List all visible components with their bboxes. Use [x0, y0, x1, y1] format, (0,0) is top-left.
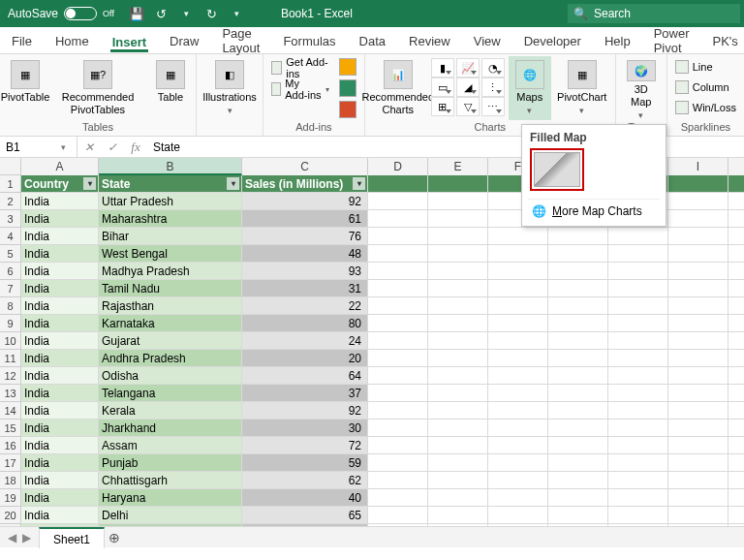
- cell[interactable]: [488, 454, 548, 472]
- add-sheet-button[interactable]: ⊕: [105, 530, 124, 545]
- tab-help[interactable]: Help: [603, 30, 633, 51]
- cell-sales[interactable]: 24: [242, 332, 368, 350]
- row-header[interactable]: 7: [0, 280, 21, 297]
- cell-sales[interactable]: 100: [242, 524, 368, 526]
- cell[interactable]: [668, 332, 728, 350]
- sparkline-column-button[interactable]: Column: [675, 78, 736, 96]
- cell[interactable]: [428, 210, 488, 228]
- row-header[interactable]: 9: [0, 315, 21, 332]
- cell-sales[interactable]: 65: [242, 507, 368, 524]
- cell[interactable]: [428, 420, 488, 437]
- col-header-A[interactable]: A: [21, 158, 99, 175]
- cell-state[interactable]: Tamil Nadu: [99, 280, 242, 297]
- cell[interactable]: [368, 350, 428, 367]
- cell[interactable]: [668, 315, 728, 332]
- row-header[interactable]: 18: [0, 472, 21, 489]
- cell[interactable]: [668, 454, 728, 472]
- col-header-J[interactable]: J: [728, 158, 744, 175]
- row-header[interactable]: 5: [0, 245, 21, 263]
- row-header[interactable]: 1: [0, 175, 21, 193]
- row-header[interactable]: 15: [0, 420, 21, 437]
- cell[interactable]: [608, 489, 668, 507]
- tab-draw[interactable]: Draw: [168, 30, 201, 51]
- funnel-chart-dd[interactable]: ▽: [456, 97, 480, 116]
- col-header-C[interactable]: C: [242, 158, 368, 175]
- cell[interactable]: [728, 437, 744, 454]
- cell[interactable]: [428, 524, 488, 526]
- autosave-toggle[interactable]: AutoSave Off: [0, 7, 122, 20]
- cell-state[interactable]: West Bengal: [99, 245, 242, 263]
- cell[interactable]: [488, 280, 548, 297]
- cell[interactable]: [548, 437, 608, 454]
- cell[interactable]: [368, 454, 428, 472]
- cell-country[interactable]: India: [21, 420, 99, 437]
- cell-state[interactable]: Karnataka: [99, 315, 242, 332]
- cell-country[interactable]: India: [21, 367, 99, 385]
- pivotchart-button[interactable]: ▦ PivotChart ▾: [553, 56, 611, 120]
- 3d-map-button[interactable]: 🌍 3D Map ▾: [620, 56, 663, 120]
- cell[interactable]: [668, 437, 728, 454]
- more-chart-dd[interactable]: ⋯: [481, 97, 505, 116]
- cell[interactable]: [608, 315, 668, 332]
- cell[interactable]: [668, 489, 728, 507]
- cell-sales[interactable]: 61: [242, 210, 368, 228]
- cell[interactable]: [728, 489, 744, 507]
- cell[interactable]: [488, 507, 548, 524]
- row-header[interactable]: 20: [0, 507, 21, 524]
- row-header[interactable]: 3: [0, 210, 21, 228]
- cell[interactable]: [608, 280, 668, 297]
- cell[interactable]: [428, 280, 488, 297]
- table-button[interactable]: ▦ Table: [149, 56, 192, 120]
- cell[interactable]: [428, 472, 488, 489]
- redo-dropdown[interactable]: ▾: [229, 5, 246, 22]
- row-header[interactable]: 19: [0, 489, 21, 507]
- row-header[interactable]: 14: [0, 402, 21, 420]
- cell[interactable]: [488, 524, 548, 526]
- cell[interactable]: [728, 402, 744, 420]
- scatter-chart-dd[interactable]: ⋮: [481, 78, 505, 97]
- cell[interactable]: [368, 228, 428, 245]
- cell[interactable]: [428, 315, 488, 332]
- cell[interactable]: [548, 263, 608, 280]
- tab-insert[interactable]: Insert: [110, 31, 148, 52]
- cell[interactable]: [368, 420, 428, 437]
- cell[interactable]: [368, 245, 428, 263]
- cell[interactable]: [668, 507, 728, 524]
- cell[interactable]: [428, 437, 488, 454]
- fx-button[interactable]: fx: [124, 137, 147, 157]
- cell[interactable]: [368, 367, 428, 385]
- cell[interactable]: [608, 350, 668, 367]
- cell[interactable]: [488, 402, 548, 420]
- filter-dropdown-icon[interactable]: ▾: [353, 177, 365, 190]
- cell[interactable]: [668, 367, 728, 385]
- cell[interactable]: [728, 263, 744, 280]
- cell-state[interactable]: Jammu and Kashmir: [99, 524, 242, 526]
- redo-icon[interactable]: ↻: [203, 5, 221, 22]
- row-header[interactable]: 21: [0, 524, 21, 526]
- cell[interactable]: [548, 472, 608, 489]
- cell-state[interactable]: Gujarat: [99, 332, 242, 350]
- cell-sales[interactable]: 92: [242, 402, 368, 420]
- cell-country[interactable]: India: [21, 263, 99, 280]
- cell[interactable]: [668, 385, 728, 402]
- cell[interactable]: [488, 228, 548, 245]
- get-addins-button[interactable]: Get Add-ins: [271, 58, 329, 78]
- cell[interactable]: [488, 385, 548, 402]
- tab-home[interactable]: Home: [53, 30, 91, 51]
- cell[interactable]: [728, 297, 744, 315]
- cell[interactable]: [668, 228, 728, 245]
- cell[interactable]: [548, 507, 608, 524]
- cell[interactable]: [548, 402, 608, 420]
- cell[interactable]: [488, 315, 548, 332]
- row-header[interactable]: 10: [0, 332, 21, 350]
- maps-button[interactable]: 🌐 Maps ▾: [509, 56, 551, 120]
- cell-country[interactable]: India: [21, 280, 99, 297]
- cell-country[interactable]: India: [21, 210, 99, 228]
- cell-state[interactable]: Delhi: [99, 507, 242, 524]
- cell[interactable]: [608, 332, 668, 350]
- row-header[interactable]: 16: [0, 437, 21, 454]
- save-icon[interactable]: 💾: [128, 5, 145, 22]
- cell-country[interactable]: India: [21, 402, 99, 420]
- cell[interactable]: [428, 193, 488, 210]
- cell[interactable]: [548, 315, 608, 332]
